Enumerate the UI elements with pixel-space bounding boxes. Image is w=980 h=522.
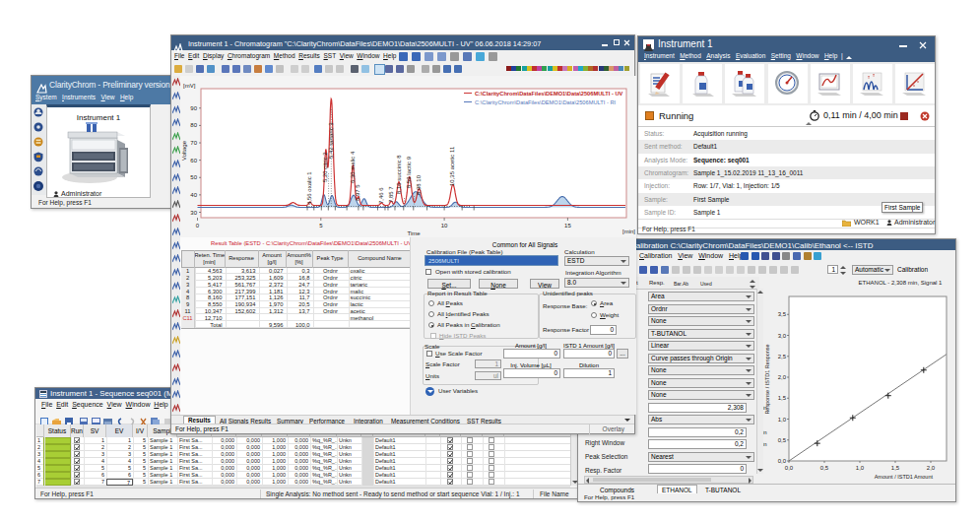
svg-text:10,35 acetic 11: 10,35 acetic 11 <box>449 146 455 186</box>
svg-text:ETHANOL - 2,308 min, Signal 1: ETHANOL - 2,308 min, Signal 1 <box>859 280 943 286</box>
svg-text:3,0: 3,0 <box>778 333 787 339</box>
svg-text:1,0: 1,0 <box>778 417 787 423</box>
svg-text:7,85 7: 7,85 7 <box>388 186 394 203</box>
svg-text:1,5: 1,5 <box>778 395 787 401</box>
svg-text:10: 10 <box>441 223 448 228</box>
svg-text:0,5: 0,5 <box>778 437 787 443</box>
svg-text:[min]: [min] <box>622 228 635 234</box>
svg-text:Response / ISTD1 Response: Response / ISTD1 Response <box>764 344 770 414</box>
svg-text:2,5: 2,5 <box>778 354 787 359</box>
svg-text:4,56 oxalic 1: 4,56 oxalic 1 <box>306 171 312 205</box>
svg-text:40: 40 <box>190 192 197 198</box>
svg-text:5: 5 <box>319 223 323 228</box>
svg-text:15: 15 <box>564 223 571 228</box>
svg-text:[mV]: [mV] <box>183 83 196 89</box>
svg-text:2,0: 2,0 <box>927 465 936 471</box>
svg-text:C:\ClarityChrom\DataFiles\DEMO: C:\ClarityChrom\DataFiles\DEMO1\Data\250… <box>475 91 623 97</box>
svg-text:90: 90 <box>190 105 197 111</box>
svg-text:6,97 5: 6,97 5 <box>355 184 360 201</box>
svg-text:60: 60 <box>190 158 197 163</box>
svg-text:8,16 succinic 8: 8,16 succinic 8 <box>396 155 402 194</box>
svg-text:8,98 10: 8,98 10 <box>416 174 422 195</box>
svg-text:80: 80 <box>190 122 197 128</box>
svg-text:50: 50 <box>190 174 197 180</box>
svg-text:Voltage: Voltage <box>181 140 187 161</box>
svg-text:Amount / ISTD1 Amount: Amount / ISTD1 Amount <box>875 474 934 480</box>
svg-text:2,0: 2,0 <box>778 374 787 380</box>
svg-text:30: 30 <box>190 210 197 216</box>
svg-text:1,5: 1,5 <box>891 465 900 471</box>
svg-text:1,0: 1,0 <box>856 465 865 471</box>
svg-text:6,30 malic 4: 6,30 malic 4 <box>350 151 356 183</box>
svg-text:3,5: 3,5 <box>778 311 787 317</box>
svg-text:0,0: 0,0 <box>778 458 787 464</box>
svg-text:0,5: 0,5 <box>820 465 829 471</box>
svg-text:Time: Time <box>407 230 421 236</box>
svg-text:C:\ClarityChrom\DataFiles\DEMO: C:\ClarityChrom\DataFiles\DEMO1\Data\250… <box>475 99 616 105</box>
svg-text:70: 70 <box>190 140 197 146</box>
svg-text:7,46 6: 7,46 6 <box>378 187 384 204</box>
svg-text:0,0: 0,0 <box>785 465 794 471</box>
svg-text:8,59 lactic 9: 8,59 lactic 9 <box>406 156 412 188</box>
svg-text:0: 0 <box>196 223 200 228</box>
svg-text:5,42 tartaric 3: 5,42 tartaric 3 <box>328 122 334 159</box>
